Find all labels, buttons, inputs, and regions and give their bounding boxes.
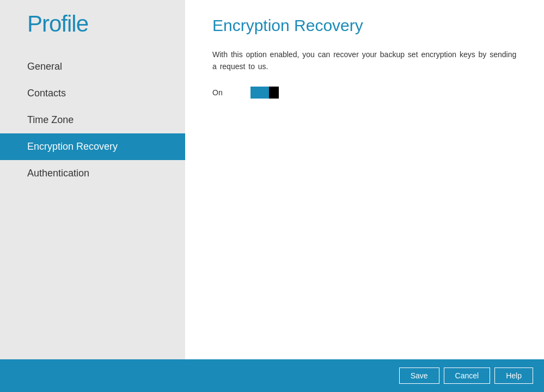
sidebar-item-encryption-recovery[interactable]: Encryption Recovery	[0, 133, 185, 160]
sidebar-item-timezone[interactable]: Time Zone	[0, 107, 185, 133]
help-button[interactable]: Help	[494, 367, 533, 384]
main-container: Profile General Contacts Time Zone Encry…	[0, 0, 544, 359]
sidebar-nav: General Contacts Time Zone Encryption Re…	[0, 53, 185, 187]
sidebar-item-general[interactable]: General	[0, 53, 185, 80]
footer: Save Cancel Help	[0, 359, 544, 392]
sidebar-item-contacts[interactable]: Contacts	[0, 80, 185, 107]
save-button[interactable]: Save	[399, 367, 439, 384]
toggle-switch[interactable]	[250, 87, 279, 99]
sidebar: Profile General Contacts Time Zone Encry…	[0, 0, 185, 359]
content-title: Encryption Recovery	[212, 16, 517, 35]
toggle-thumb	[269, 87, 279, 99]
sidebar-item-authentication[interactable]: Authentication	[0, 160, 185, 187]
toggle-row: On	[212, 87, 517, 99]
content-description: With this option enabled, you can recove…	[212, 48, 517, 73]
content-area: Encryption Recovery With this option ena…	[185, 0, 544, 359]
cancel-button[interactable]: Cancel	[444, 367, 491, 384]
toggle-label: On	[212, 88, 229, 97]
sidebar-title: Profile	[0, 0, 185, 53]
